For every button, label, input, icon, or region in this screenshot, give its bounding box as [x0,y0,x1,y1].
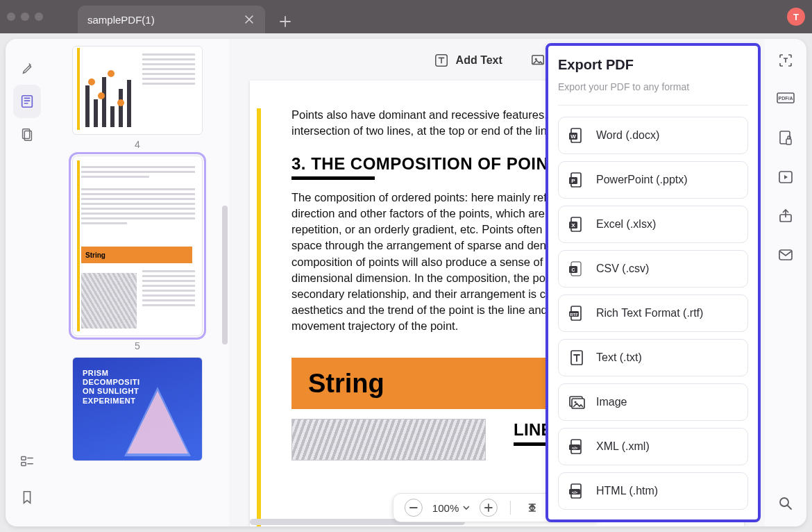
heading-underline [291,176,375,180]
svg-text:C: C [571,267,575,272]
go-first-page-button[interactable] [523,499,541,517]
svg-point-15 [780,498,788,506]
svg-rect-11 [786,139,791,144]
svg-text:</>: </> [572,490,578,494]
export-xml-button[interactable]: </> XML (.xml) [558,428,748,465]
powerpoint-file-icon: P [568,172,585,188]
zoom-in-button[interactable] [480,499,498,517]
svg-rect-0 [22,96,33,108]
thumb6-line2: DECOMPOSITI [83,378,140,387]
csv-file-icon: C [568,260,585,277]
pages-tool-button[interactable] [13,118,41,151]
export-powerpoint-label: PowerPoint (.pptx) [596,174,688,186]
export-html-label: HTML (.htm) [596,485,658,497]
email-tool-button[interactable] [775,244,796,265]
protect-tool-button[interactable] [775,128,796,149]
app-chrome: 4 String 5 PRISM DECOMPOSITI [0,33,812,532]
window-titlebar: samplePDF(1) T [0,0,812,33]
new-tab-button[interactable] [273,10,297,33]
export-subtitle: Export your PDF to any format [558,81,748,92]
export-html-button[interactable]: </> HTML (.htm) [558,472,748,510]
svg-point-34 [575,401,577,404]
export-text-button[interactable]: Text (.txt) [558,339,748,376]
ocr-tool-button[interactable] [775,50,796,71]
svg-text:W: W [570,133,576,140]
window-controls [7,13,43,21]
export-word-label: Word (.docx) [596,129,659,142]
rtf-file-icon: RTF [568,305,585,322]
thumbnails-panel-button[interactable] [13,85,41,118]
export-powerpoint-button[interactable]: P PowerPoint (.pptx) [558,161,748,199]
svg-text:X: X [571,222,575,228]
slideshow-tool-button[interactable] [775,167,796,188]
thumbnail-page-6[interactable]: PRISM DECOMPOSITI ON SUNLIGHT EXPERIMENT [72,357,203,461]
export-text-label: Text (.txt) [596,351,642,364]
zoom-value: 100% [432,502,459,514]
image-file-icon [568,394,585,410]
svg-text:</>: </> [572,446,578,450]
thumbnail-page-4[interactable]: 4 [72,46,203,150]
page-figure [291,419,486,460]
thumbnail-page-number: 5 [135,340,140,351]
string-banner-text: String [308,369,384,399]
export-pdf-panel: Export PDF Export your PDF to any format… [545,43,761,522]
status-divider [510,501,511,515]
highlighter-tool-button[interactable] [13,51,41,85]
page-left-color-edge [257,108,261,526]
thumbnail-scrollbar[interactable] [222,206,228,344]
add-text-button[interactable]: Add Text [434,53,502,68]
left-tool-rail [6,39,49,526]
thumb-string-label: String [85,251,105,259]
image-icon [530,53,545,68]
export-excel-button[interactable]: X Excel (.xlsx) [558,206,748,243]
search-button[interactable] [775,493,796,514]
svg-rect-3 [22,457,26,460]
form-tool-button[interactable] [13,444,41,478]
zoom-level[interactable]: 100% [432,502,470,514]
add-text-label: Add Text [456,54,502,67]
export-title: Export PDF [558,57,748,73]
word-file-icon: W [568,127,585,144]
text-file-icon [568,349,585,366]
window-minimize-dot[interactable] [21,13,29,21]
html-file-icon: </> [568,483,585,499]
right-tool-rail: PDF/A [765,39,806,526]
export-image-label: Image [596,396,627,408]
export-divider [558,105,748,106]
tab-label: samplePDF(1) [87,14,155,26]
export-image-button[interactable]: Image [558,383,748,421]
tab-samplepdf[interactable]: samplePDF(1) [78,6,265,33]
tab-strip: samplePDF(1) [78,0,297,33]
export-rtf-label: Rich Text Format (.rtf) [596,307,703,319]
svg-rect-4 [22,463,26,466]
bookmark-tool-button[interactable] [13,481,41,514]
avatar[interactable]: T [787,8,805,26]
thumbnail-panel: 4 String 5 PRISM DECOMPOSITI [49,39,229,526]
avatar-initial: T [793,12,799,22]
export-xml-label: XML (.xml) [596,440,650,453]
export-csv-label: CSV (.csv) [596,263,649,275]
document-window: 4 String 5 PRISM DECOMPOSITI [6,39,806,526]
thumbnail-page-number: 4 [135,139,140,150]
chevron-down-icon [463,504,470,511]
excel-file-icon: X [568,216,585,233]
window-zoom-dot[interactable] [35,13,43,21]
zoom-out-button[interactable] [405,499,423,517]
export-rtf-button[interactable]: RTF Rich Text Format (.rtf) [558,294,748,332]
export-excel-label: Excel (.xlsx) [596,218,656,231]
share-tool-button[interactable] [775,206,796,226]
text-icon [434,53,449,68]
svg-text:RTF: RTF [570,313,578,317]
xml-file-icon: </> [568,438,585,455]
pdfa-tool-button[interactable]: PDF/A [775,89,796,110]
thumbnail-page-5[interactable]: String 5 [72,156,203,351]
thumb6-line1: PRISM [83,369,140,378]
svg-text:PDF/A: PDF/A [779,96,793,101]
svg-text:P: P [571,178,575,184]
export-word-button[interactable]: W Word (.docx) [558,117,748,154]
close-icon[interactable] [243,13,255,26]
window-close-dot[interactable] [7,13,15,21]
export-csv-button[interactable]: C CSV (.csv) [558,250,748,288]
